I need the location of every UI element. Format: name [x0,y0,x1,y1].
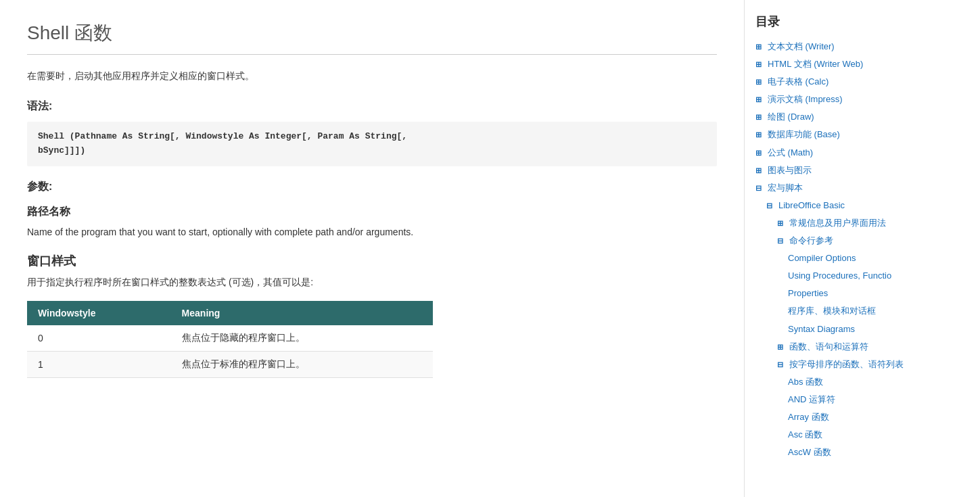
toc-item[interactable]: ⊞演示文稿 (Impress) [755,91,936,108]
toc-item[interactable]: Asc 函数 [755,426,936,444]
toc-item[interactable]: ⊞函数、语句和运算符 [755,338,936,356]
toc-link[interactable]: 图表与图示 [768,163,812,178]
toc-link[interactable]: 常规信息及用户界面用法 [789,216,886,231]
toc-link[interactable]: 命令行参考 [789,233,833,248]
page-title: Shell 函数 [27,20,717,55]
toc-link[interactable]: 数据库功能 (Base) [768,127,840,142]
expand-icon: ⊞ [755,58,765,71]
toc-link[interactable]: 程序库、模块和对话框 [788,304,876,318]
toc-item[interactable]: Properties [755,285,936,302]
table-row: 1焦点位于标准的程序窗口上。 [27,351,433,377]
toc-link[interactable]: Abs 函数 [788,375,823,389]
toc-link[interactable]: 绘图 (Draw) [768,110,814,124]
toc-item[interactable]: Using Procedures, Functio [755,267,936,285]
table-cell-windowstyle: 0 [27,325,171,352]
toc-item[interactable]: ⊞文本文档 (Writer) [755,38,936,55]
table-cell-meaning: 焦点位于标准的程序窗口上。 [171,351,433,377]
expand-icon: ⊞ [755,147,765,160]
param2-desc: 用于指定执行程序时所在窗口样式的整数表达式 (可选)，其值可以是: [27,275,717,289]
intro-text: 在需要时，启动其他应用程序并定义相应的窗口样式。 [27,68,717,83]
toc-item[interactable]: ⊟命令行参考 [755,232,936,250]
table-header-meaning: Meaning [171,301,433,325]
expand-icon: ⊞ [755,76,765,89]
param1-desc: Name of the program that you want to sta… [27,224,717,239]
toc-link[interactable]: 演示文稿 (Impress) [768,92,843,107]
toc-item[interactable]: ⊞数据库功能 (Base) [755,126,936,143]
toc-link[interactable]: AscW 函数 [788,445,831,460]
toc-link[interactable]: 公式 (Math) [768,145,813,160]
toc-link[interactable]: 文本文档 (Writer) [768,39,835,54]
collapse-icon: ⊟ [766,199,776,212]
toc-link[interactable]: Syntax Diagrams [788,322,855,337]
toc-item[interactable]: 程序库、模块和对话框 [755,302,936,320]
toc-item[interactable]: AscW 函数 [755,444,936,461]
toc-item[interactable]: ⊟宏与脚本 [755,179,936,197]
toc-item[interactable]: ⊞电子表格 (Calc) [755,73,936,91]
sidebar: 目录 ⊞文本文档 (Writer)⊞HTML 文档 (Writer Web)⊞电… [744,0,947,497]
toc-item[interactable]: Compiler Options [755,250,936,267]
toc-link[interactable]: 函数、语句和运算符 [789,339,868,354]
collapse-icon: ⊟ [755,182,765,195]
toc-item[interactable]: Syntax Diagrams [755,321,936,338]
toc-link[interactable]: 按字母排序的函数、语符列表 [789,357,904,372]
expand-icon: ⊞ [777,341,787,354]
syntax-code: Shell (Pathname As String[, Windowstyle … [27,122,717,166]
expand-icon: ⊞ [755,93,765,106]
toc-link[interactable]: HTML 文档 (Writer Web) [768,57,863,72]
params-heading: 参数: [27,180,717,194]
expand-icon: ⊞ [755,111,765,124]
param1-name: 路径名称 [27,205,717,219]
toc-link[interactable]: 电子表格 (Calc) [768,74,829,89]
toc-item[interactable]: ⊞绘图 (Draw) [755,108,936,126]
toc-list: ⊞文本文档 (Writer)⊞HTML 文档 (Writer Web)⊞电子表格… [755,38,936,461]
collapse-icon: ⊟ [777,235,787,247]
sidebar-title: 目录 [755,14,936,30]
expand-icon: ⊞ [777,217,787,230]
table-row: 0焦点位于隐藏的程序窗口上。 [27,325,433,352]
toc-link[interactable]: LibreOffice Basic [778,198,845,213]
toc-item[interactable]: Array 函数 [755,408,936,426]
toc-item[interactable]: ⊟LibreOffice Basic [755,197,936,214]
table-cell-meaning: 焦点位于隐藏的程序窗口上。 [171,325,433,352]
toc-item[interactable]: Abs 函数 [755,373,936,391]
table-header-windowstyle: Windowstyle [27,301,171,325]
expand-icon: ⊞ [755,41,765,53]
toc-link[interactable]: Compiler Options [788,251,856,266]
expand-icon: ⊞ [755,128,765,141]
windowstyle-table: Windowstyle Meaning 0焦点位于隐藏的程序窗口上。1焦点位于标… [27,301,433,378]
toc-item[interactable]: ⊞公式 (Math) [755,144,936,162]
expand-icon: ⊞ [755,164,765,177]
toc-link[interactable]: AND 运算符 [788,392,835,407]
syntax-heading: 语法: [27,99,717,114]
toc-item[interactable]: AND 运算符 [755,391,936,408]
main-content: Shell 函数 在需要时，启动其他应用程序并定义相应的窗口样式。 语法: Sh… [0,0,744,497]
toc-item[interactable]: ⊞图表与图示 [755,162,936,179]
toc-item[interactable]: ⊟按字母排序的函数、语符列表 [755,356,936,373]
toc-item[interactable]: ⊞HTML 文档 (Writer Web) [755,55,936,73]
param2-name: 窗口样式 [27,253,717,269]
toc-link[interactable]: Using Procedures, Functio [788,268,891,283]
toc-link[interactable]: 宏与脚本 [768,181,803,195]
toc-link[interactable]: Array 函数 [788,410,829,425]
collapse-icon: ⊟ [777,358,787,371]
table-cell-windowstyle: 1 [27,351,171,377]
toc-link[interactable]: Properties [788,286,828,301]
toc-item[interactable]: ⊞常规信息及用户界面用法 [755,214,936,232]
toc-link[interactable]: Asc 函数 [788,427,822,442]
